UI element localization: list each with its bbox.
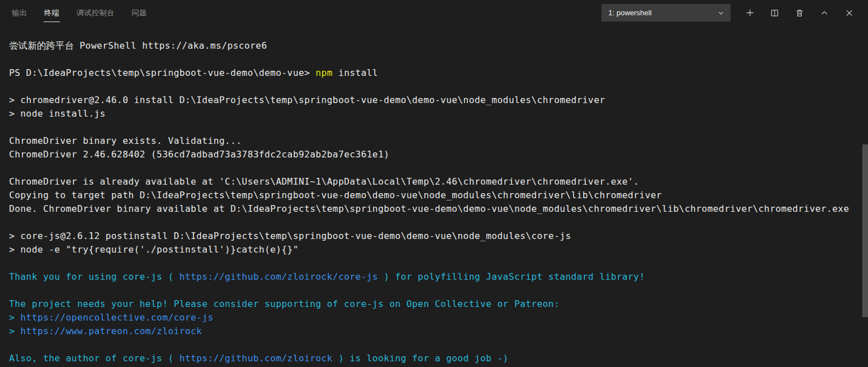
terminal-link[interactable]: https://www.patreon.com/zloirock xyxy=(20,326,208,336)
terminal-text: Also, the author of core-js ( xyxy=(9,353,174,364)
tab-problems[interactable]: 问题 xyxy=(131,0,148,25)
terminal-instance-label: 1: powershell xyxy=(608,8,652,17)
terminal-text: ChromeDriver 2.46.628402 (536cd7adbad73a… xyxy=(9,149,389,160)
terminal-line: ChromeDriver 2.46.628402 (536cd7adbad73a… xyxy=(9,148,860,161)
terminal-text: 尝试新的跨平台 PowerShell https://aka.ms/pscore… xyxy=(9,40,267,51)
new-terminal-button[interactable] xyxy=(742,5,758,21)
terminal-line: The project needs your help! Please cons… xyxy=(9,297,860,311)
tab-problems-label: 问题 xyxy=(132,8,147,17)
panel-actions: 1: powershell xyxy=(601,0,857,25)
terminal-line: ChromeDriver binary exists. Validating..… xyxy=(9,134,860,148)
terminal-scrollbar[interactable] xyxy=(862,144,868,317)
terminal-line: PS D:\IdeaProjects\temp\springboot-vue-d… xyxy=(9,66,860,80)
maximize-panel-button[interactable] xyxy=(817,5,832,21)
split-terminal-button[interactable] xyxy=(767,5,783,21)
terminal-text: install xyxy=(333,67,378,78)
terminal-text: Copying to target path D:\IdeaProjects\t… xyxy=(9,190,662,200)
terminal-text: > node -e "try{require('./postinstall')}… xyxy=(9,244,299,255)
terminal-text: > node install.js xyxy=(9,108,106,119)
terminal-link[interactable]: https://opencollective.com/core-js xyxy=(20,312,219,323)
kill-terminal-button[interactable] xyxy=(792,5,807,21)
terminal-line: Also, the author of core-js ( https://gi… xyxy=(9,352,860,365)
terminal-line xyxy=(9,161,860,175)
terminal-text: PS D:\IdeaProjects\temp\springboot-vue-d… xyxy=(9,67,316,78)
terminal-line xyxy=(9,284,860,297)
terminal-line xyxy=(9,216,860,229)
chevron-up-icon xyxy=(820,8,829,18)
terminal-line: > core-js@2.6.12 postinstall D:\IdeaProj… xyxy=(9,229,860,243)
close-panel-button[interactable] xyxy=(841,5,857,21)
tab-output[interactable]: 输出 xyxy=(11,0,28,25)
trash-icon xyxy=(795,8,804,18)
terminal-link[interactable]: https://github.com/zloirock xyxy=(174,353,338,364)
terminal-text: > xyxy=(9,312,20,323)
terminal-text: npm xyxy=(316,67,333,78)
terminal-line xyxy=(9,121,860,134)
tab-debug-console[interactable]: 调试控制台 xyxy=(76,0,115,25)
terminal-line: Copying to target path D:\IdeaProjects\t… xyxy=(9,189,860,202)
panel-header: 输出 终端 调试控制台 问题 1: powershell xyxy=(0,0,868,25)
terminal-instance-select[interactable]: 1: powershell xyxy=(601,4,731,22)
terminal-text: ) is looking for a good job -) xyxy=(338,353,509,364)
chevron-down-icon xyxy=(717,9,725,17)
terminal-output[interactable]: 尝试新的跨平台 PowerShell https://aka.ms/pscore… xyxy=(0,25,860,367)
terminal-line: > chromedriver@2.46.0 install D:\IdeaPro… xyxy=(9,93,860,107)
terminal-text: The project needs your help! Please cons… xyxy=(9,298,565,309)
terminal-line xyxy=(9,338,860,352)
terminal-line xyxy=(9,257,860,270)
terminal-line: Done. ChromeDriver binary available at D… xyxy=(9,202,860,216)
tab-terminal[interactable]: 终端 xyxy=(44,0,60,25)
terminal-text: > core-js@2.6.12 postinstall D:\IdeaProj… xyxy=(9,231,571,241)
terminal-text: > xyxy=(9,326,20,336)
terminal-line: ChromeDriver is already available at 'C:… xyxy=(9,175,860,189)
terminal-text: Done. ChromeDriver binary available at D… xyxy=(9,203,849,214)
terminal-line: > https://www.patreon.com/zloirock xyxy=(9,325,860,338)
tab-terminal-label: 终端 xyxy=(44,8,59,17)
terminal-line: > node install.js xyxy=(9,107,860,121)
close-icon xyxy=(845,8,854,18)
terminal-text: ChromeDriver is already available at 'C:… xyxy=(9,176,639,187)
terminal-text: > chromedriver@2.46.0 install D:\IdeaPro… xyxy=(9,95,605,105)
split-terminal-icon xyxy=(770,8,779,18)
terminal-line: > node -e "try{require('./postinstall')}… xyxy=(9,243,860,257)
terminal-text: ChromeDriver binary exists. Validating..… xyxy=(9,135,242,146)
terminal-line: Thank you for using core-js ( https://gi… xyxy=(9,270,860,284)
terminal-line xyxy=(9,80,860,93)
terminal-line: 尝试新的跨平台 PowerShell https://aka.ms/pscore… xyxy=(9,39,860,53)
terminal-line: > https://opencollective.com/core-js xyxy=(9,311,860,325)
terminal-link[interactable]: https://github.com/zloirock/core-js xyxy=(174,271,384,282)
tab-output-label: 输出 xyxy=(12,8,27,17)
tab-debug-console-label: 调试控制台 xyxy=(76,8,115,17)
terminal-text: ) for polyfilling JavaScript standard li… xyxy=(384,271,645,282)
terminal-line xyxy=(9,53,860,66)
terminal-text: Thank you for using core-js ( xyxy=(9,271,174,282)
plus-icon xyxy=(745,8,755,18)
